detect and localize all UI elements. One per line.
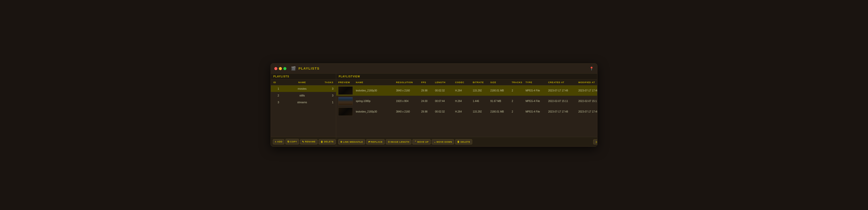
image-length-icon: ⊙ [388, 140, 390, 143]
maximize-button[interactable] [283, 67, 286, 70]
app-window: 🎬 PLAYLISTS 📍 PLAYLISTS ID NAME TASKS 1 … [271, 63, 597, 147]
pv-row[interactable]: spring-1080p 1920 x 804 24.00 00:07:44 H… [336, 96, 597, 106]
pv-preview [338, 86, 356, 95]
replace-label: REPLACE [371, 141, 383, 143]
pv-created: 2023-07-17 17:48 [548, 89, 578, 92]
playlist-id: 1 [273, 87, 283, 90]
right-toolbar-right: ▷ SYNC [593, 139, 597, 144]
sync-button[interactable]: ▷ SYNC [593, 139, 597, 144]
main-content: PLAYLISTS ID NAME TASKS 1 movies 3 2 sti… [271, 74, 597, 146]
copy-button[interactable]: ⧉ COPY [285, 139, 299, 144]
add-button[interactable]: + ADD [273, 139, 284, 144]
preview-thumbnail [338, 97, 353, 105]
image-length-button[interactable]: ⊙ IMAGE LENGTH [386, 139, 412, 144]
move-down-button[interactable]: ⌄ MOVE DOWN [432, 139, 454, 144]
link-mediafile-button[interactable]: ⊕ LINK MEDIAFILE [338, 139, 365, 144]
move-down-label: MOVE DOWN [436, 141, 452, 143]
sync-icon: ▷ [596, 141, 597, 143]
playlists-panel-header: PLAYLISTS [271, 74, 336, 80]
playlist-row[interactable]: 2 stills 3 [271, 92, 336, 99]
pv-tracks: 2 [512, 110, 526, 113]
pv-bitrate: 1.446 [473, 100, 490, 103]
pv-fps: 29.98 [421, 110, 435, 113]
move-down-icon: ⌄ [434, 140, 436, 143]
copy-label: COPY [290, 140, 297, 143]
preview-thumbnail [338, 86, 353, 95]
playlist-id: 3 [273, 101, 283, 104]
playlist-tasks: 1 [321, 101, 334, 104]
playlist-row[interactable]: 3 streams 1 [271, 99, 336, 106]
pv-row[interactable]: testvideo_2160p30 3840 x 2160 29.98 00:0… [336, 106, 597, 117]
pv-size: 2180.01 MB [490, 89, 512, 92]
pv-codec: H.264 [455, 89, 473, 92]
image-length-label: IMAGE LENGTH [391, 141, 409, 143]
pv-created: 2023-07-17 17:48 [548, 110, 578, 113]
delete-button[interactable]: 🗑 DELETE [318, 139, 336, 144]
col-id: ID [273, 81, 283, 84]
add-icon: + [275, 140, 276, 143]
pv-delete-button[interactable]: 🗑 DELETE [455, 139, 472, 144]
right-panel: PLAYLISTVIEW PREVIEW NAME RESOLUTION FPS… [336, 74, 597, 146]
col-fps: FPS [421, 81, 435, 84]
pv-length: 00:07:44 [435, 100, 455, 103]
pv-modified: 2022-02-07 15:11 [578, 100, 597, 103]
pv-name: testvideo_2160p30 [356, 110, 396, 113]
title-bar: 🎬 PLAYLISTS 📍 [271, 64, 597, 74]
playlistview-columns: PREVIEW NAME RESOLUTION FPS LENGTH CODEC… [336, 80, 597, 85]
replace-button[interactable]: ⇄ REPLACE [366, 139, 385, 144]
app-icon: 🎬 [291, 66, 296, 71]
pv-type: MPEG-4 File [526, 100, 548, 103]
col-size: SIZE [490, 81, 512, 84]
playlist-row[interactable]: 1 movies 3 [271, 85, 336, 92]
col-codec: CODEC [455, 81, 473, 84]
col-created: CREATED AT [548, 81, 578, 84]
location-icon[interactable]: 📍 [589, 67, 594, 71]
minimize-button[interactable] [279, 67, 282, 70]
traffic-lights [274, 67, 286, 70]
pv-codec: H.264 [455, 100, 473, 103]
pv-delete-label: DELETE [461, 141, 470, 143]
rename-label: RENAME [305, 140, 316, 143]
move-up-button[interactable]: ⌃ MOVE UP [412, 139, 431, 144]
pv-resolution: 3840 x 2160 [396, 110, 421, 113]
playlistview-rows: testvideo_2160p30 3840 x 2160 29.98 00:0… [336, 85, 597, 137]
pv-resolution: 3840 x 2160 [396, 89, 421, 92]
pv-bitrate: 115.292 [473, 89, 490, 92]
pv-type: MPEG-4 File [526, 89, 548, 92]
pv-fps: 29.98 [421, 89, 435, 92]
rename-button[interactable]: ✎ RENAME [300, 139, 317, 144]
playlist-name: stills [283, 94, 321, 97]
col-bitrate: BITRATE [473, 81, 490, 84]
link-label: LINK MEDIAFILE [343, 141, 363, 143]
playlist-id: 2 [273, 94, 283, 97]
pv-delete-icon: 🗑 [457, 140, 460, 143]
playlist-name: streams [283, 101, 321, 104]
pv-bitrate: 115.292 [473, 110, 490, 113]
playlists-column-headers: ID NAME TASKS [271, 80, 336, 85]
col-preview: PREVIEW [338, 81, 356, 84]
pv-modified: 2023-07-17 17:48 [578, 89, 597, 92]
move-up-icon: ⌃ [414, 140, 417, 143]
pv-created: 2022-02-07 15:11 [548, 100, 578, 103]
pv-tracks: 2 [512, 89, 526, 92]
playlistview-header: PLAYLISTVIEW [336, 74, 597, 80]
col-name: NAME [283, 81, 321, 84]
playlist-name: movies [283, 87, 321, 90]
col-tasks: TASKS [321, 81, 334, 84]
pv-name: spring-1080p [356, 100, 396, 103]
playlist-tasks: 3 [321, 87, 334, 90]
pv-fps: 24.00 [421, 100, 435, 103]
rename-icon: ✎ [302, 140, 304, 143]
pv-size: 91.67 MB [490, 100, 512, 103]
left-toolbar: + ADD ⧉ COPY ✎ RENAME 🗑 DELETE [271, 137, 336, 146]
col-modified: MODIFIED AT [578, 81, 597, 84]
left-panel: PLAYLISTS ID NAME TASKS 1 movies 3 2 sti… [271, 74, 336, 146]
pv-row[interactable]: testvideo_2160p30 3840 x 2160 29.98 00:0… [336, 85, 597, 96]
close-button[interactable] [274, 67, 277, 70]
playlist-tasks: 3 [321, 94, 334, 97]
pv-name: testvideo_2160p30 [356, 89, 396, 92]
add-label: ADD [277, 140, 282, 143]
move-up-label: MOVE UP [417, 141, 429, 143]
col-length: LENGTH [435, 81, 455, 84]
col-name: NAME [356, 81, 396, 84]
